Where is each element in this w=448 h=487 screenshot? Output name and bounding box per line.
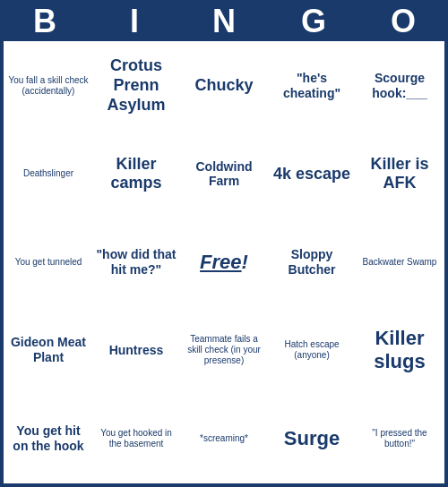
cell-text-r1-c2: Coldwind Farm [184,159,264,190]
letter-o: O [358,4,448,39]
free-space-text: Free! [200,251,248,274]
cell-r1-c4: Killer is AFK [357,131,444,218]
cell-r2-c3: Sloppy Butcher [269,219,357,307]
cell-text-r2-c4: Backwater Swamp [363,257,437,268]
cell-text-r3-c1: Huntress [109,343,164,358]
cell-text-r3-c4: Killer slugs [359,327,440,374]
letter-g: G [269,4,358,39]
cell-r1-c1: Killer camps [93,131,181,218]
cell-text-r4-c1: You get hooked in the basement [96,428,177,449]
cell-text-r4-c3: Surge [284,427,340,450]
cell-r2-c0: You get tunneled [5,219,93,307]
cell-r2-c1: "how did that hit me?" [93,219,181,307]
cell-text-r1-c4: Killer is AFK [359,155,440,193]
cell-text-r2-c3: Sloppy Butcher [271,247,352,278]
cell-r0-c1: Crotus Prenn Asylum [93,43,181,131]
cell-r4-c4: "I pressed the button!" [357,396,444,483]
cell-text-r1-c1: Killer camps [96,155,177,193]
bingo-grid: You fall a skill check (accidentally)Cro… [4,41,444,483]
cell-text-r0-c0: You fall a skill check (accidentally) [8,75,89,97]
cell-text-r3-c3: Hatch escape (anyone) [271,339,352,361]
cell-text-r0-c1: Crotus Prenn Asylum [96,56,177,115]
cell-text-r0-c4: Scourge hook:___ [359,71,440,101]
cell-r3-c4: Killer slugs [357,307,444,395]
letter-b: B [0,4,90,39]
cell-r3-c1: Huntress [93,307,181,395]
cell-r0-c3: "he's cheating" [269,43,357,131]
cell-r4-c1: You get hooked in the basement [93,396,181,483]
cell-r4-c2: *screaming* [181,396,269,483]
cell-text-r0-c2: Chucky [194,76,253,96]
cell-r1-c3: 4k escape [269,131,357,218]
cell-text-r0-c3: "he's cheating" [271,71,352,101]
cell-text-r4-c0: You get hit on the hook [8,423,89,454]
cell-text-r2-c0: You get tunneled [15,257,82,268]
cell-r1-c2: Coldwind Farm [181,131,269,218]
cell-r1-c0: Deathslinger [5,131,93,218]
cell-r4-c0: You get hit on the hook [5,396,93,483]
cell-r0-c0: You fall a skill check (accidentally) [5,43,93,131]
cell-r3-c2: Teammate fails a skill check (in your pr… [181,307,269,395]
cell-r2-c2: Free! [181,219,269,307]
bingo-header: B I N G O [0,0,448,41]
cell-r3-c3: Hatch escape (anyone) [269,307,357,395]
cell-text-r3-c2: Teammate fails a skill check (in your pr… [184,334,264,366]
cell-text-r2-c1: "how did that hit me?" [96,247,177,278]
cell-text-r3-c0: Gideon Meat Plant [8,335,89,365]
letter-n: N [179,4,269,39]
cell-r0-c4: Scourge hook:___ [357,43,444,131]
letter-i: I [90,4,179,39]
cell-text-r1-c3: 4k escape [273,165,350,184]
cell-text-r4-c2: *screaming* [200,433,248,444]
cell-text-r1-c0: Deathslinger [23,168,73,179]
cell-r0-c2: Chucky [181,43,269,131]
cell-r3-c0: Gideon Meat Plant [5,307,93,395]
cell-r2-c4: Backwater Swamp [357,219,444,307]
cell-r4-c3: Surge [269,396,357,483]
cell-text-r4-c4: "I pressed the button!" [359,428,440,449]
